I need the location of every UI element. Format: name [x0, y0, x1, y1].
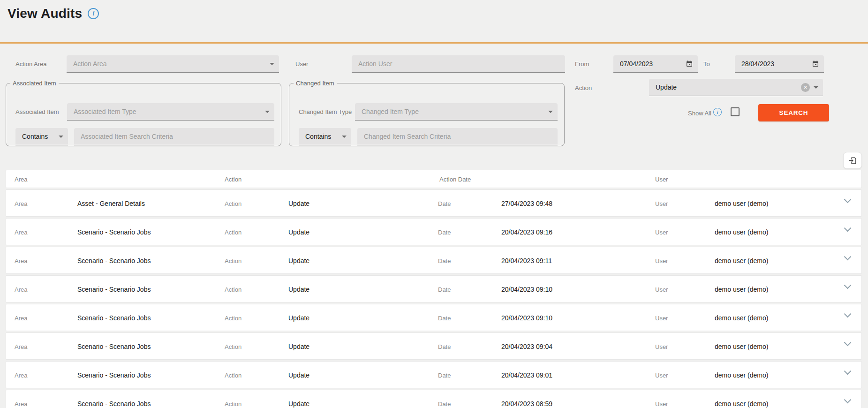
action-inline-label: Action — [225, 400, 242, 408]
user-inline-label: User — [655, 372, 668, 379]
changed-item-type-select[interactable]: Changed Item Type — [355, 103, 558, 121]
action-value: Update — [288, 371, 309, 379]
expand-row-chevron-icon[interactable] — [844, 396, 852, 404]
header-divider — [0, 42, 868, 44]
show-all-checkbox[interactable] — [731, 107, 740, 116]
to-date-input[interactable]: 28/04/2023 — [735, 55, 824, 73]
area-value: Scenario - Scenario Jobs — [77, 314, 151, 322]
date-value: 20/04/2023 09:16 — [501, 228, 552, 236]
from-date-value: 07/04/2023 — [620, 60, 682, 68]
expand-row-chevron-icon[interactable] — [844, 253, 852, 261]
action-value: Update — [288, 200, 309, 207]
area-inline-label: Area — [15, 200, 27, 207]
clear-action-icon[interactable]: ✕ — [801, 83, 810, 92]
area-inline-label: Area — [15, 286, 27, 293]
changed-item-type-label: Changed Item Type — [299, 108, 352, 115]
changed-item-criteria-input[interactable] — [357, 128, 558, 145]
date-inline-label: Date — [438, 400, 451, 408]
date-inline-label: Date — [438, 343, 451, 350]
area-value: Scenario - Scenario Jobs — [77, 228, 151, 236]
associated-item-criteria-input[interactable] — [74, 128, 274, 145]
expand-row-chevron-icon[interactable] — [844, 310, 852, 318]
action-area-select[interactable]: Action Area — [67, 55, 279, 73]
action-inline-label: Action — [225, 315, 242, 322]
area-value: Scenario - Scenario Jobs — [77, 371, 151, 379]
audit-row: Area Scenario - Scenario Jobs Action Upd… — [6, 304, 862, 331]
user-value: demo user (demo) — [715, 371, 768, 379]
user-value: demo user (demo) — [715, 286, 768, 293]
action-area-placeholder: Action Area — [73, 60, 266, 68]
area-inline-label: Area — [15, 400, 27, 408]
column-header-action: Action — [225, 176, 242, 183]
action-select-value: Update — [656, 83, 797, 91]
area-value: Scenario - Scenario Jobs — [77, 286, 151, 293]
action-inline-label: Action — [225, 343, 242, 350]
action-select[interactable]: Update ✕ — [649, 79, 823, 96]
date-inline-label: Date — [438, 200, 451, 207]
action-inline-label: Action — [225, 257, 242, 264]
changed-item-legend: Changed Item — [294, 80, 337, 87]
changed-item-group: Changed Item Changed Item Type Changed I… — [289, 80, 565, 146]
action-value: Update — [288, 286, 309, 293]
date-inline-label: Date — [438, 315, 451, 322]
date-value: 27/04/2023 09:48 — [501, 200, 552, 207]
area-inline-label: Area — [15, 372, 27, 379]
export-button[interactable] — [843, 152, 862, 169]
area-value: Scenario - Scenario Jobs — [77, 343, 151, 350]
expand-row-chevron-icon[interactable] — [844, 339, 852, 347]
audit-row: Area Scenario - Scenario Jobs Action Upd… — [6, 361, 862, 388]
date-inline-label: Date — [438, 286, 451, 293]
page-info-icon[interactable]: i — [88, 8, 99, 19]
associated-item-group: Associated Item Associated Item Associat… — [6, 80, 281, 146]
chevron-down-icon — [265, 111, 270, 113]
user-inline-label: User — [655, 229, 668, 236]
to-date-value: 28/04/2023 — [741, 60, 808, 68]
action-inline-label: Action — [225, 286, 242, 293]
action-value: Update — [288, 228, 309, 236]
action-area-label: Action Area — [15, 60, 47, 68]
changed-item-match-value: Contains — [305, 133, 338, 140]
user-value: demo user (demo) — [715, 257, 768, 264]
user-inline-label: User — [655, 315, 668, 322]
date-value: 20/04/2023 08:59 — [501, 400, 552, 408]
date-value: 20/04/2023 09:04 — [501, 343, 552, 350]
user-inline-label: User — [655, 286, 668, 293]
calendar-icon[interactable] — [812, 60, 819, 68]
action-inline-label: Action — [225, 200, 242, 207]
expand-row-chevron-icon[interactable] — [844, 225, 852, 232]
chevron-down-icon — [270, 63, 274, 65]
action-value: Update — [288, 400, 309, 408]
audit-row: Area Scenario - Scenario Jobs Action Upd… — [6, 275, 862, 302]
audit-row: Area Scenario - Scenario Jobs Action Upd… — [6, 332, 862, 360]
changed-item-match-select[interactable]: Contains — [299, 128, 351, 145]
from-date-input[interactable]: 07/04/2023 — [613, 55, 698, 73]
area-inline-label: Area — [15, 343, 27, 350]
expand-row-chevron-icon[interactable] — [844, 282, 852, 289]
expand-row-chevron-icon[interactable] — [844, 196, 852, 204]
action-inline-label: Action — [225, 229, 242, 236]
chevron-down-icon — [342, 136, 347, 138]
calendar-icon[interactable] — [686, 60, 693, 68]
expand-row-chevron-icon[interactable] — [844, 368, 852, 375]
area-inline-label: Area — [15, 257, 27, 264]
audit-row: Area Asset - General Details Action Upda… — [6, 189, 862, 217]
audit-table-body: Area Asset - General Details Action Upda… — [6, 189, 862, 408]
user-value: demo user (demo) — [715, 314, 768, 322]
action-inline-label: Action — [225, 372, 242, 379]
chevron-down-icon — [814, 86, 818, 89]
show-all-info-icon[interactable]: i — [713, 108, 722, 116]
search-button[interactable]: SEARCH — [758, 104, 829, 121]
audit-table-header: Area Action Action Date User — [6, 170, 862, 188]
chevron-down-icon — [59, 136, 63, 138]
area-value: Scenario - Scenario Jobs — [77, 400, 151, 408]
associated-item-type-select[interactable]: Associated Item Type — [67, 103, 274, 121]
action-user-input[interactable] — [352, 55, 565, 73]
date-value: 20/04/2023 09:11 — [501, 257, 552, 264]
date-value: 20/04/2023 09:10 — [501, 286, 552, 293]
associated-item-match-select[interactable]: Contains — [15, 128, 68, 145]
audit-row: Area Scenario - Scenario Jobs Action Upd… — [6, 247, 862, 274]
page-title: View Audits — [8, 6, 82, 21]
date-inline-label: Date — [438, 372, 451, 379]
export-file-icon — [848, 156, 857, 165]
from-label: From — [575, 60, 589, 68]
